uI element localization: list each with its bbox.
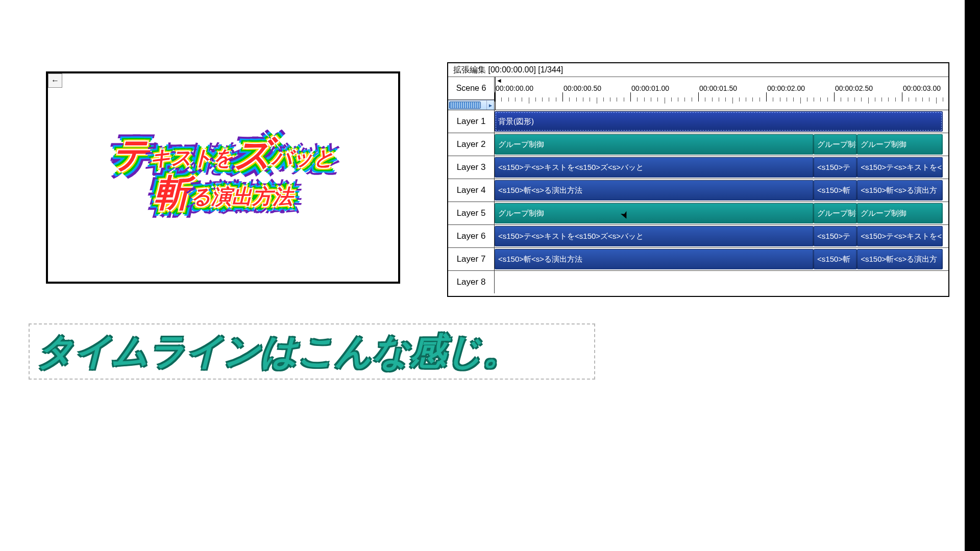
ruler-tick-label: 00:00:00.00 — [496, 84, 533, 92]
timeline-clip[interactable]: 背景(図形) — [495, 111, 943, 132]
timeline-clip[interactable]: <s150>斬<s>る演出方 — [857, 249, 943, 269]
timeline-clip[interactable]: グループ制御 — [857, 134, 943, 155]
timeline-clip[interactable]: <s150>テ<s>キストを<s150>ズ<s>バッと — [495, 226, 814, 246]
timeline-window: 拡張編集 [00:00:00.00] [1/344] Scene 6 ► ◄ 0… — [447, 62, 949, 297]
layer-track[interactable]: グループ制御グループ制御グループ制御 — [495, 202, 948, 224]
ruler-tick: 00:00:02.50 — [834, 84, 902, 110]
layer-label[interactable]: Layer 4 — [448, 179, 495, 202]
hscrollbar-right-arrow-icon[interactable]: ► — [486, 101, 494, 110]
ruler-tick: 00:00:00.00 — [495, 84, 562, 110]
timeline-layer-row: Layer 4<s150>斬<s>る演出方法<s150>斬<s150>斬<s>る… — [448, 179, 948, 202]
timeline-layer-row: Layer 5グループ制御グループ制御グループ制御 — [448, 202, 948, 225]
layer-label[interactable]: Layer 7 — [448, 248, 495, 270]
layer-track[interactable]: <s150>斬<s>る演出方法<s150>斬<s150>斬<s>る演出方 — [495, 248, 948, 270]
timeline-clip[interactable]: グループ制御 — [814, 203, 857, 223]
ruler-tick: 00:00:00.50 — [562, 84, 630, 110]
layer-label[interactable]: Layer 3 — [448, 156, 495, 179]
timeline-clip[interactable]: <s150>斬<s>る演出方法 — [495, 180, 814, 201]
timeline-hscrollbar[interactable]: ► — [448, 100, 494, 110]
title-line1-big1: テ — [112, 134, 150, 174]
timeline-header: Scene 6 ► ◄ 00:00:00.0000:00:00.5000:00:… — [448, 77, 948, 110]
timeline-clip[interactable]: グループ制御 — [495, 134, 814, 155]
ruler-tick: 00:00:01.50 — [698, 84, 766, 110]
timeline-clip[interactable]: <s150>テ — [814, 157, 857, 178]
ruler-left-arrow-icon[interactable]: ◄ — [497, 78, 502, 83]
timeline-clip[interactable]: <s150>テ<s>キストを< — [857, 157, 943, 178]
layer-track[interactable]: グループ制御グループ制御グループ制御 — [495, 133, 948, 156]
layer-label[interactable]: Layer 2 — [448, 133, 495, 156]
timeline-clip[interactable]: <s150>斬<s>る演出方法 — [495, 249, 814, 269]
ruler-tick-label: 00:00:00.50 — [564, 84, 601, 92]
timeline-clip[interactable]: <s150>斬 — [814, 180, 857, 201]
layer-track[interactable]: <s150>テ<s>キストを<s150>ズ<s>バッと<s150>テ<s150>… — [495, 225, 948, 247]
timeline-layer-row: Layer 6<s150>テ<s>キストを<s150>ズ<s>バッと<s150>… — [448, 225, 948, 248]
layer-track[interactable]: 背景(図形) — [495, 110, 948, 133]
title-line1-small1: キストを — [150, 146, 234, 169]
preview-back-button[interactable]: ← — [48, 73, 62, 88]
layer-label[interactable]: Layer 5 — [448, 202, 495, 224]
ruler-tick-label: 00:00:01.00 — [631, 84, 669, 92]
timeline-layer-row: Layer 2グループ制御グループ制御グループ制御 — [448, 133, 948, 156]
timeline-clip[interactable]: <s150>斬<s>る演出方 — [857, 180, 943, 201]
layer-track[interactable]: <s150>斬<s>る演出方法<s150>斬<s150>斬<s>る演出方 — [495, 179, 948, 202]
layer-label[interactable]: Layer 1 — [448, 110, 495, 133]
ruler-tick: 00:00:03.00 — [902, 84, 948, 110]
title-line2-big: 斬 — [154, 172, 190, 213]
timeline-layer-row: Layer 3<s150>テ<s>キストを<s150>ズ<s>バッと<s150>… — [448, 156, 948, 179]
timeline-clip[interactable]: <s150>テ<s>キストを<s150>ズ<s>バッと — [495, 157, 814, 178]
timeline-clip[interactable]: グループ制御 — [495, 203, 814, 223]
timeline-clip[interactable]: <s150>テ<s>キストを< — [857, 226, 943, 246]
ruler-tick-label: 00:00:02.50 — [835, 84, 873, 92]
title-line1-small2: バッと — [272, 146, 334, 169]
caption-box[interactable]: タイムラインはこんな感じ。 — [29, 323, 595, 380]
preview-panel: ← テキストをズバッと 斬る演出方法 — [46, 71, 400, 284]
timeline-clip[interactable]: グループ制御 — [814, 134, 857, 155]
timeline-titlebar[interactable]: 拡張編集 [00:00:00.00] [1/344] — [448, 63, 948, 77]
layer-track[interactable]: <s150>テ<s>キストを<s150>ズ<s>バッと<s150>テ<s150>… — [495, 156, 948, 179]
caption-text: タイムラインはこんな感じ。 — [37, 327, 519, 376]
title-line2-small: る演出方法 — [190, 185, 293, 207]
ruler-tick: 00:00:01.00 — [630, 84, 698, 110]
title-line1-big2: ズ — [234, 134, 272, 174]
ruler-tick-label: 00:00:01.50 — [699, 84, 737, 92]
timeline-clip[interactable]: <s150>斬 — [814, 249, 857, 269]
timeline-layer-row: Layer 7<s150>斬<s>る演出方法<s150>斬<s150>斬<s>る… — [448, 248, 948, 271]
layer-track[interactable] — [495, 271, 948, 293]
ruler-tick-label: 00:00:02.00 — [767, 84, 805, 92]
timeline-ruler[interactable]: ◄ 00:00:00.0000:00:00.5000:00:01.0000:00… — [495, 77, 948, 110]
timeline-clip[interactable]: <s150>テ — [814, 226, 857, 246]
scene-selector[interactable]: Scene 6 — [448, 77, 494, 100]
timeline-body: Layer 1背景(図形)Layer 2グループ制御グループ制御グループ制御La… — [448, 110, 948, 296]
hscrollbar-thumb[interactable] — [449, 102, 481, 109]
ruler-tick-label: 00:00:03.00 — [903, 84, 941, 92]
layer-label[interactable]: Layer 8 — [448, 271, 495, 293]
timeline-layer-row: Layer 8 — [448, 271, 948, 293]
timeline-layer-row: Layer 1背景(図形) — [448, 110, 948, 133]
ruler-tick: 00:00:02.00 — [766, 84, 834, 110]
timeline-clip[interactable]: グループ制御 — [857, 203, 943, 223]
layer-label[interactable]: Layer 6 — [448, 225, 495, 247]
preview-title-art: テキストをズバッと 斬る演出方法 — [112, 135, 334, 212]
